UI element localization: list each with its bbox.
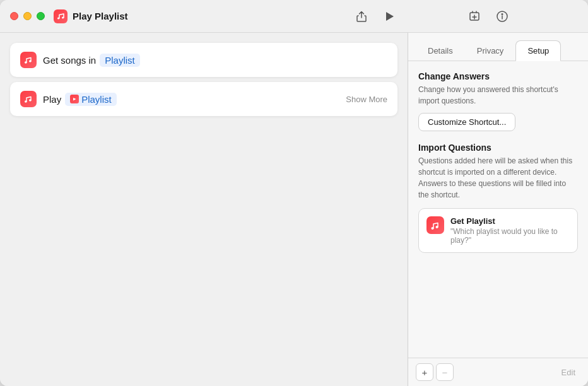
bottom-toolbar: + − Edit [408,358,588,386]
right-titlebar-icons [398,8,578,25]
main-window: Play Playlist [0,0,588,386]
play-tag-icon [70,95,79,103]
svg-point-8 [25,100,27,103]
left-panel: Get songs in Playlist Play [0,33,408,386]
play-playlist-tag[interactable]: Playlist [65,93,117,106]
setup-content: Change Answers Change how you answered t… [408,61,588,358]
svg-point-7 [29,60,32,62]
right-panel: Details Privacy Setup Change Answers Cha… [408,33,588,386]
import-question-item[interactable]: Get Playlist "Which playlist would you l… [419,209,577,252]
svg-point-1 [62,16,64,18]
show-more-label[interactable]: Show More [346,95,387,104]
info-button[interactable] [493,8,511,25]
import-questions-list: Get Playlist "Which playlist would you l… [418,208,578,253]
tab-setup[interactable]: Setup [515,40,561,61]
svg-point-10 [432,227,434,230]
play-label: Play [43,94,61,105]
change-answers-desc: Change how you answered this shortcut's … [418,84,578,107]
content-area: Get songs in Playlist Play [0,33,588,386]
play-icon [20,91,37,107]
get-songs-action[interactable]: Get songs in Playlist [10,43,397,77]
play-action[interactable]: Play Playlist Show More [10,82,397,116]
share-button[interactable] [353,8,370,25]
play-playlist-text: Playlist [81,94,112,105]
app-icon [54,9,68,23]
traffic-lights [10,12,45,20]
close-button[interactable] [10,12,18,20]
import-questions-title: Import Questions [418,143,578,153]
change-answers-title: Change Answers [418,71,578,81]
bottom-left-buttons: + − [416,363,454,381]
window-title: Play Playlist [73,11,353,21]
tab-bar: Details Privacy Setup [408,33,588,61]
tab-details[interactable]: Details [416,40,465,61]
get-songs-icon [20,52,37,68]
svg-point-9 [29,99,32,102]
import-questions-desc: Questions added here will be asked when … [418,155,578,201]
titlebar: Play Playlist [0,0,588,33]
svg-marker-2 [386,12,394,21]
edit-button: Edit [556,365,580,380]
run-button[interactable] [380,8,398,25]
titlebar-actions [353,8,398,25]
add-to-shortcuts-button[interactable] [466,8,483,25]
get-songs-label: Get songs in [43,55,96,66]
add-question-button[interactable]: + [416,363,433,381]
import-question-icon [426,216,444,234]
import-question-details: Get Playlist "Which playlist would you l… [450,216,570,245]
import-question-name: Get Playlist [450,216,570,226]
svg-point-0 [57,17,59,19]
svg-point-6 [25,61,27,64]
svg-point-5 [502,13,503,15]
svg-point-11 [436,226,438,228]
tab-privacy[interactable]: Privacy [465,40,516,61]
customize-shortcut-button[interactable]: Customize Shortcut... [418,113,515,131]
get-songs-playlist-text: Playlist [105,55,135,66]
get-songs-playlist-tag[interactable]: Playlist [100,54,140,67]
maximize-button[interactable] [37,12,45,20]
remove-question-button[interactable]: − [436,363,454,381]
import-question-value: "Which playlist would you like to play?" [450,227,570,245]
minimize-button[interactable] [23,12,32,20]
